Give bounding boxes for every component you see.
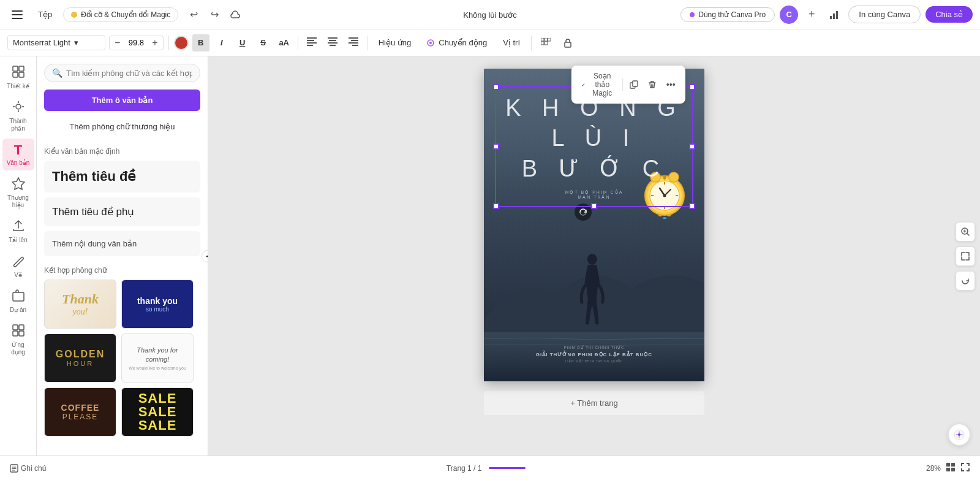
magic-edit-button[interactable]: Soạn thảo Magic xyxy=(578,69,619,100)
svg-rect-35 xyxy=(13,331,18,336)
share-button[interactable]: Chia sẻ xyxy=(925,6,973,23)
combo-golden-hour[interactable]: GOLDEN HOUR xyxy=(44,333,116,383)
font-size-control: − + xyxy=(109,36,164,50)
search-input[interactable] xyxy=(66,69,192,78)
canvas-wrapper: Soạn thảo Magic ••• xyxy=(484,69,704,415)
case-button[interactable]: aA xyxy=(276,34,293,51)
position-button[interactable]: Vị trí xyxy=(497,36,526,50)
align-left-button[interactable] xyxy=(303,34,320,51)
combo-coffee[interactable]: COFFEE PLEASE xyxy=(44,387,116,436)
combo-thankyou-cursive[interactable]: Thank you for coming! We would like to w… xyxy=(121,333,194,383)
align-right-button[interactable] xyxy=(345,34,362,51)
svg-rect-21 xyxy=(545,38,548,41)
handle-mr[interactable] xyxy=(689,143,695,150)
lock-button[interactable] xyxy=(559,34,577,52)
ung-dung-icon xyxy=(12,324,25,340)
combo6-sale: SALE SALE SALE xyxy=(138,392,177,432)
add-title-item[interactable]: Thêm tiêu đề xyxy=(44,161,200,192)
user-avatar[interactable]: C xyxy=(780,6,798,24)
font-size-increase-button[interactable]: + xyxy=(151,37,159,48)
hide-panel-button[interactable]: ◂ xyxy=(202,250,208,262)
svg-rect-24 xyxy=(545,42,548,45)
handle-br[interactable] xyxy=(689,203,695,209)
sidebar-item-ung-dung[interactable]: Ứng dụng xyxy=(2,320,34,360)
undo-button[interactable]: ↩ xyxy=(184,6,203,24)
magic-badge[interactable]: Đổi cỡ & Chuyển đổi Magic xyxy=(63,7,178,22)
align-center-button[interactable] xyxy=(324,34,341,51)
brand-font-link[interactable]: Thêm phông chữ thương hiệu xyxy=(44,118,200,135)
spacing-button[interactable] xyxy=(537,34,555,52)
sidebar-item-thiet-ke[interactable]: Thiết kế xyxy=(2,61,34,94)
redo-button[interactable]: ↪ xyxy=(205,6,224,24)
sidebar-item-thanh-phan[interactable]: Thành phần xyxy=(2,96,34,136)
svg-rect-3 xyxy=(830,16,832,19)
notes-button[interactable]: Ghi chú xyxy=(10,464,46,473)
svg-rect-28 xyxy=(13,72,18,77)
svg-rect-12 xyxy=(328,42,337,44)
expand-button[interactable] xyxy=(956,246,975,266)
project-name: Không lùi bước xyxy=(463,10,517,20)
search-input-wrap[interactable]: 🔍 xyxy=(44,64,200,82)
add-body-item[interactable]: Thêm nội dung văn bản xyxy=(44,231,200,256)
sidebar-item-thuong-hieu[interactable]: Thương hiệu xyxy=(2,173,34,213)
handle-bl[interactable] xyxy=(493,203,499,209)
svg-rect-61 xyxy=(946,463,950,467)
combo-thankyou-blue[interactable]: thank you so much xyxy=(121,280,194,329)
effects-button[interactable]: Hiệu ứng xyxy=(372,36,418,50)
more-options-button[interactable]: ••• xyxy=(663,77,679,92)
sidebar-item-ve[interactable]: Vẽ xyxy=(2,250,34,283)
duplicate-button[interactable] xyxy=(626,78,642,91)
magic-assist-button[interactable] xyxy=(948,424,970,446)
bold-button[interactable]: B xyxy=(192,34,209,51)
sidebar-item-tai-len[interactable]: Tải lên xyxy=(2,215,34,248)
save-cloud-button[interactable] xyxy=(226,6,244,24)
poster-main-title: K H Ô N G L Ù I B Ư Ớ C xyxy=(501,93,687,184)
topbar: Tệp Đổi cỡ & Chuyển đổi Magic ↩ ↪ Không … xyxy=(0,0,980,29)
refresh-canvas-button[interactable] xyxy=(956,271,975,291)
canva-pro-button[interactable]: Dùng thử Canva Pro xyxy=(680,7,775,22)
svg-rect-13 xyxy=(330,45,336,46)
svg-point-19 xyxy=(429,42,432,44)
add-collaborator-button[interactable]: + xyxy=(803,6,820,23)
stats-button[interactable] xyxy=(825,6,843,24)
strikethrough-button[interactable]: S xyxy=(255,34,272,51)
font-size-decrease-button[interactable]: − xyxy=(113,37,121,48)
svg-rect-54 xyxy=(658,214,662,216)
handle-tr[interactable] xyxy=(689,84,695,90)
italic-button[interactable]: I xyxy=(213,34,230,51)
poster-canvas[interactable]: K H Ô N G L Ù I B Ư Ớ C MỘT BỘ PHIM CỦA … xyxy=(484,69,704,381)
svg-rect-0 xyxy=(12,10,23,12)
font-size-input[interactable] xyxy=(124,38,148,47)
font-selector[interactable]: Montserrat Light ▾ xyxy=(7,35,105,50)
text-color-button[interactable] xyxy=(174,36,189,50)
underline-button[interactable]: U xyxy=(234,34,251,51)
zoom-to-fit-button[interactable] xyxy=(956,222,975,242)
menu-button[interactable] xyxy=(7,5,27,25)
text-selection-box[interactable]: K H Ô N G L Ù I B Ư Ớ C MỘT BỘ PHIM CỦA … xyxy=(495,86,693,207)
sidebar-item-du-an[interactable]: Dự án xyxy=(2,285,34,318)
motion-button[interactable]: Chuyển động xyxy=(421,36,493,50)
svg-rect-25 xyxy=(565,42,571,47)
add-subtitle-item[interactable]: Thêm tiêu đề phụ xyxy=(44,197,200,226)
handle-bm[interactable] xyxy=(591,203,597,209)
file-menu-button[interactable]: Tệp xyxy=(33,7,57,21)
font-combos: Thank you! thank you so much GOLDEN HOUR xyxy=(37,280,208,436)
delete-button[interactable] xyxy=(644,78,660,91)
sidebar-label-ung-dung: Ứng dụng xyxy=(5,341,32,356)
handle-ml[interactable] xyxy=(493,143,499,150)
grid-view-button[interactable] xyxy=(946,462,956,474)
add-page-button[interactable]: + Thêm trang xyxy=(484,391,704,415)
sidebar-item-van-ban[interactable]: T Văn bản xyxy=(2,139,34,170)
combo1-line2: you! xyxy=(62,307,99,317)
du-an-icon xyxy=(12,289,25,305)
notes-label: Ghi chú xyxy=(21,464,46,473)
add-text-button[interactable]: Thêm ô văn bản xyxy=(44,90,200,111)
print-button[interactable]: In cùng Canva xyxy=(848,6,921,23)
sidebar-label-ve: Vẽ xyxy=(14,272,22,279)
combo2-line1: thank you xyxy=(137,296,178,306)
fullscreen-button[interactable] xyxy=(960,462,970,474)
handle-tl[interactable] xyxy=(493,84,499,90)
combo-sale[interactable]: SALE SALE SALE xyxy=(121,387,194,436)
svg-rect-1 xyxy=(12,14,23,15)
combo-thankyou-gold[interactable]: Thank you! xyxy=(44,280,116,329)
